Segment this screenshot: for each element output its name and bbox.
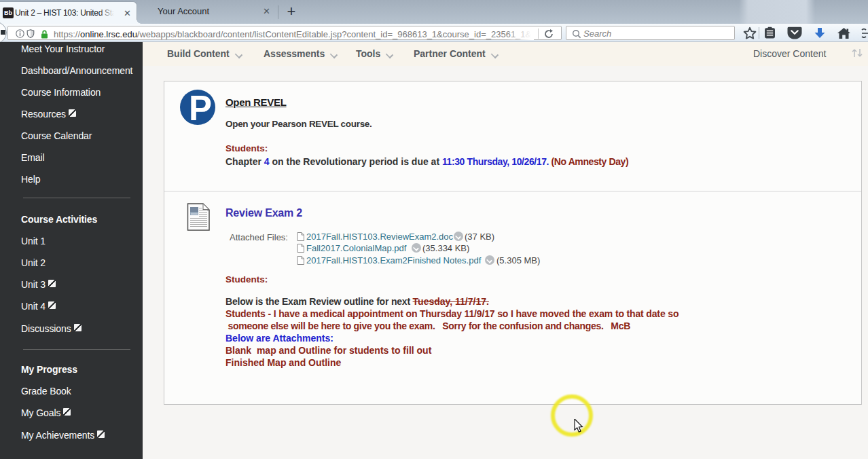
svg-text:P: P bbox=[189, 89, 212, 127]
